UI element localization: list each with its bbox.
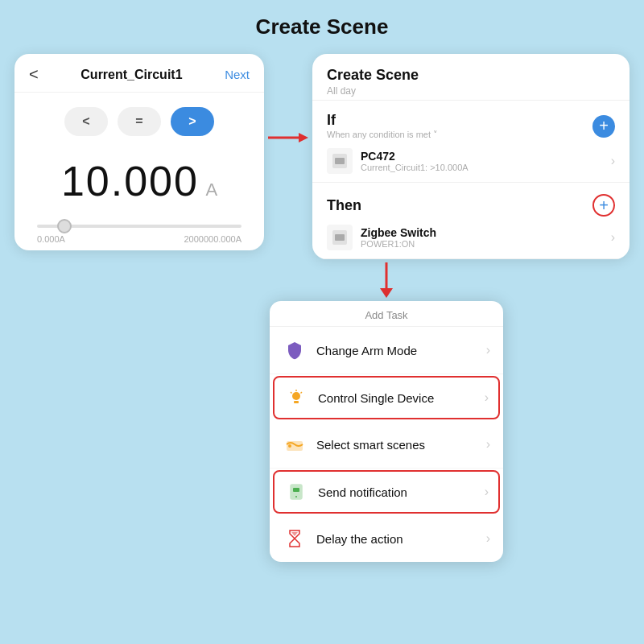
if-label: If	[327, 112, 438, 129]
current-value: 10.000	[61, 158, 199, 204]
svg-point-17	[295, 496, 297, 497]
task-item-send-notification[interactable]: Send notification ›	[273, 470, 500, 514]
task-item-change-arm-mode[interactable]: Change Arm Mode ›	[270, 327, 503, 374]
next-button[interactable]: Next	[225, 68, 250, 81]
page-title: Create Scene	[0, 0, 644, 47]
if-sublabel: When any condition is met ˅	[327, 130, 438, 140]
if-device-row: PC472 Current_Circuit1: >10.000A ›	[327, 140, 615, 175]
shield-icon	[283, 338, 307, 362]
slider-thumb[interactable]	[57, 219, 72, 233]
svg-marker-7	[380, 288, 393, 298]
svg-point-14	[288, 444, 291, 448]
right-panel: Create Scene All day If When any conditi…	[312, 54, 630, 259]
equals-button[interactable]: =	[118, 107, 161, 136]
slider-area[interactable]: 0.000A 2000000.000A	[14, 212, 264, 250]
comparator-row: < = >	[14, 93, 264, 144]
task-item-select-smart-scenes[interactable]: Select smart scenes ›	[270, 421, 503, 469]
bulb-icon	[284, 386, 308, 410]
send-notification-label: Send notification	[318, 485, 485, 499]
less-than-button[interactable]: <	[64, 107, 108, 136]
back-button[interactable]: <	[29, 65, 39, 84]
delay-action-chevron: ›	[486, 531, 490, 546]
svg-rect-9	[294, 401, 299, 403]
control-single-device-label: Control Single Device	[318, 391, 485, 405]
hourglass-icon	[283, 526, 307, 551]
delay-action-label: Delay the action	[316, 532, 486, 546]
if-section-row: If When any condition is met ˅ +	[327, 112, 615, 140]
if-add-button[interactable]: +	[592, 115, 615, 138]
if-section: If When any condition is met ˅ + PC472 C…	[312, 101, 630, 183]
slider-labels: 0.000A 2000000.000A	[37, 234, 242, 244]
task-item-control-single-device[interactable]: Control Single Device ›	[273, 376, 500, 419]
task-item-delay-the-action[interactable]: Delay the action ›	[270, 515, 503, 562]
arrow-down	[377, 262, 396, 298]
main-layout: < Current_Circuit1 Next < = > 10.000 A 0…	[0, 47, 644, 259]
value-display: 10.000 A	[14, 144, 264, 212]
if-device-desc: Current_Circuit1: >10.000A	[361, 163, 603, 172]
greater-than-button[interactable]: >	[171, 107, 214, 136]
then-device-row: Zigbee Switch POWER1:ON ›	[327, 217, 615, 252]
left-header: < Current_Circuit1 Next	[14, 54, 264, 93]
if-label-group: If When any condition is met ˅	[327, 112, 438, 140]
svg-line-12	[301, 392, 303, 394]
if-device-chevron: ›	[611, 154, 615, 168]
send-notification-chevron: ›	[485, 485, 489, 499]
change-arm-mode-label: Change Arm Mode	[316, 344, 486, 357]
if-device-icon	[327, 148, 353, 174]
then-section-row: Then +	[327, 194, 615, 217]
scene-icon	[283, 432, 307, 456]
circuit-title: Current_Circuit1	[80, 68, 182, 82]
change-arm-chevron: ›	[486, 343, 490, 357]
then-device-icon	[327, 225, 353, 250]
slider-max-label: 2000000.000A	[184, 234, 242, 244]
create-scene-subtitle: All day	[327, 85, 615, 97]
then-device-desc: POWER1:ON	[361, 239, 603, 249]
svg-rect-3	[335, 158, 345, 164]
slider-track[interactable]	[37, 225, 242, 228]
svg-point-8	[292, 392, 300, 400]
then-device-info: Zigbee Switch POWER1:ON	[361, 226, 603, 249]
svg-marker-1	[299, 133, 308, 142]
then-device-name: Zigbee Switch	[361, 226, 603, 239]
arrow-right	[264, 128, 312, 147]
slider-min-label: 0.000A	[37, 234, 65, 244]
if-device-name: PC472	[361, 150, 603, 163]
if-device-info: PC472 Current_Circuit1: >10.000A	[361, 150, 603, 172]
current-unit: A	[205, 180, 217, 200]
then-device-chevron: ›	[611, 230, 615, 245]
phone-icon	[284, 480, 308, 504]
svg-rect-16	[293, 488, 299, 492]
select-smart-scenes-chevron: ›	[486, 437, 490, 452]
svg-line-11	[291, 392, 292, 394]
add-task-header: Add Task	[270, 301, 503, 327]
select-smart-scenes-label: Select smart scenes	[316, 438, 486, 452]
left-panel: < Current_Circuit1 Next < = > 10.000 A 0…	[14, 54, 264, 250]
add-task-panel: Add Task Change Arm Mode ›	[270, 301, 503, 562]
then-section: Then + Zigbee Switch POWER1:ON ›	[312, 183, 630, 259]
create-scene-title: Create Scene	[327, 67, 615, 84]
bottom-area: Add Task Change Arm Mode ›	[0, 259, 644, 570]
control-single-chevron: ›	[485, 390, 489, 405]
then-label: Then	[327, 197, 361, 214]
then-add-button[interactable]: +	[592, 194, 615, 217]
right-header: Create Scene All day	[312, 54, 630, 101]
svg-rect-5	[335, 234, 345, 241]
